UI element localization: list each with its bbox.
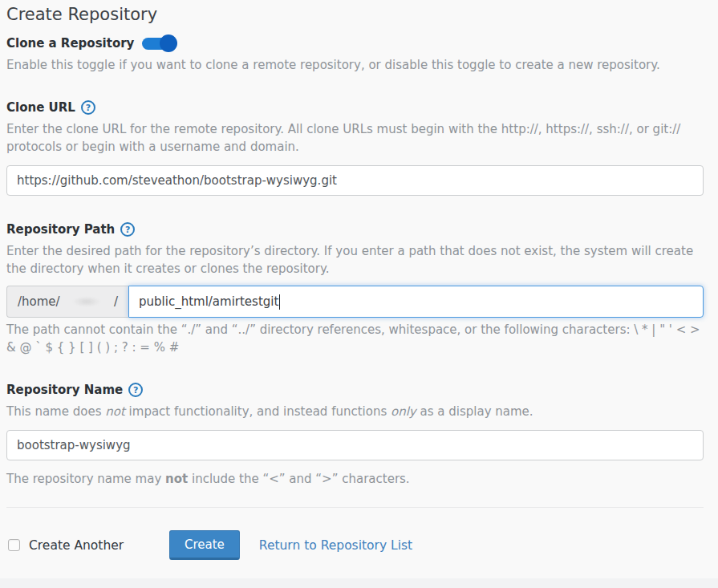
- repository-path-input[interactable]: public_html/amirtestgit: [128, 286, 704, 318]
- create-another-label: Create Another: [29, 538, 124, 553]
- clone-url-field: Clone URL ? Enter the clone URL for the …: [6, 98, 704, 196]
- form-actions: Create Another Create Return to Reposito…: [6, 530, 704, 560]
- repository-name-help-icon[interactable]: ?: [128, 383, 143, 397]
- repository-path-restrictions-text: The path cannot contain the “./” and “..…: [6, 321, 704, 356]
- clone-toggle-label: Clone a Repository: [6, 36, 134, 51]
- repository-path-value: public_html/amirtestgit: [139, 294, 278, 309]
- clone-url-label: Clone URL: [6, 100, 75, 115]
- text-caret: [279, 294, 280, 310]
- clone-repository-toggle[interactable]: [142, 34, 177, 52]
- clone-url-help-icon[interactable]: ?: [81, 100, 95, 115]
- repository-path-input-group: /home/ / public_html/amirtestgit: [6, 286, 704, 318]
- repository-name-note-text: The repository name may not include the …: [6, 470, 704, 488]
- repository-path-help-icon[interactable]: ?: [120, 222, 135, 237]
- page-bottom-edge: [0, 578, 718, 588]
- return-to-repository-list-link[interactable]: Return to Repository List: [259, 538, 412, 553]
- repository-name-input[interactable]: [6, 430, 704, 460]
- clone-toggle-help-text: Enable this toggle if you want to clone …: [6, 56, 704, 74]
- repository-name-label: Repository Name: [6, 383, 123, 397]
- clone-url-help-text: Enter the clone URL for the remote repos…: [6, 120, 704, 156]
- redacted-username: [73, 297, 100, 306]
- repository-path-help-text: Enter the desired path for the repositor…: [6, 242, 704, 278]
- home-path-prefix: /home/ /: [6, 286, 128, 318]
- create-repository-page: Create Repository Clone a Repository Ena…: [0, 0, 718, 588]
- page-title: Create Repository: [6, 5, 704, 24]
- create-another-option[interactable]: Create Another: [6, 538, 169, 553]
- toggle-knob-icon: [160, 34, 177, 52]
- repository-name-field: Repository Name ? This name does not imp…: [6, 380, 704, 488]
- path-separator-text: /: [114, 294, 118, 309]
- clone-toggle-field: Clone a Repository Enable this toggle if…: [6, 34, 704, 74]
- create-button[interactable]: Create: [169, 530, 240, 560]
- repository-name-help-text: This name does not impact functionality,…: [6, 403, 704, 420]
- repository-path-field: Repository Path ? Enter the desired path…: [6, 220, 704, 356]
- repository-path-label: Repository Path: [6, 222, 115, 237]
- section-divider: [6, 507, 704, 508]
- create-another-checkbox[interactable]: [8, 539, 20, 551]
- home-path-prefix-text: /home/: [18, 294, 60, 309]
- clone-url-input[interactable]: [6, 165, 704, 196]
